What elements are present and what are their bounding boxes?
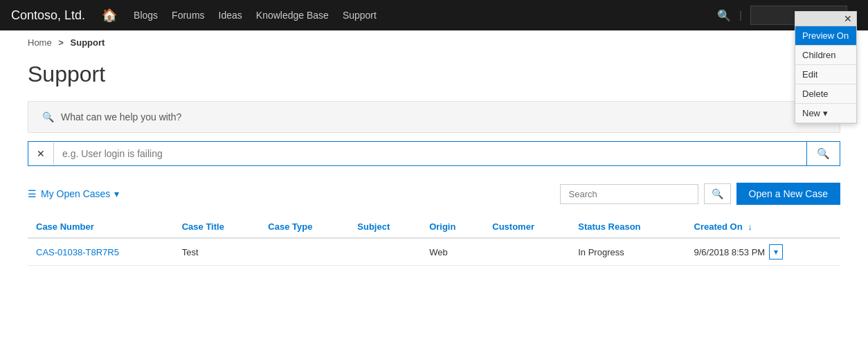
created-on-dropdown-button[interactable]: ▾ <box>769 244 783 260</box>
cell-case-title: Test <box>174 238 260 266</box>
cell-origin: Web <box>421 238 484 266</box>
search-banner-text: What can we help you with? <box>61 111 181 122</box>
new-button-arrow: ▾ <box>823 108 828 118</box>
main-content: 🔍 What can we help you with? ✕ 🔍 ☰ My Op… <box>0 101 868 266</box>
nav-link-support[interactable]: Support <box>343 10 377 21</box>
cases-table-body: CAS-01038-T8R7R5 Test Web In Progress 9/… <box>28 238 840 266</box>
case-number-link[interactable]: CAS-01038-T8R7R5 <box>36 247 119 257</box>
col-case-number: Case Number <box>28 216 174 238</box>
breadcrumb-current: Support <box>71 37 105 48</box>
breadcrumb-separator: > <box>58 37 64 48</box>
search-bar-submit-icon: 🔍 <box>817 147 830 159</box>
cases-toolbar: ☰ My Open Cases ▾ 🔍 Open a New Case <box>28 183 840 205</box>
nav-link-knowledge-base[interactable]: Knowledge Base <box>256 10 329 21</box>
home-icon[interactable]: 🏠 <box>102 8 117 23</box>
cases-table-header-row: Case Number Case Title Case Type Subject… <box>28 216 840 238</box>
nav-links: 🏠 Blogs Forums Ideas Knowledge Base Supp… <box>102 8 717 23</box>
search-bar-input[interactable] <box>54 143 806 165</box>
cell-customer <box>484 238 570 266</box>
floating-panel-children-button[interactable]: Children <box>795 46 856 65</box>
cases-search-icon: 🔍 <box>712 188 723 199</box>
col-origin: Origin <box>421 216 484 238</box>
nav-link-ideas[interactable]: Ideas <box>219 10 242 21</box>
my-open-cases-icon: ☰ <box>28 188 37 199</box>
col-case-type: Case Type <box>260 216 349 238</box>
new-button-label: New <box>802 108 820 118</box>
cell-case-type <box>260 238 349 266</box>
search-banner-icon: 🔍 <box>42 111 54 122</box>
nav-link-forums[interactable]: Forums <box>172 10 204 21</box>
cases-table: Case Number Case Title Case Type Subject… <box>28 216 840 266</box>
page-title: Support <box>0 55 868 101</box>
breadcrumb: Home > Support <box>0 30 868 55</box>
search-banner: 🔍 What can we help you with? <box>28 101 840 133</box>
topnav-search-icon[interactable]: 🔍 <box>717 9 731 22</box>
floating-panel-close-bar: ✕ <box>795 12 856 26</box>
my-open-cases-label: My Open Cases <box>41 188 110 199</box>
cell-subject <box>349 238 421 266</box>
search-bar-clear-button[interactable]: ✕ <box>28 143 54 165</box>
col-case-title: Case Title <box>174 216 260 238</box>
nav-link-blogs[interactable]: Blogs <box>134 10 158 21</box>
floating-panel-delete-button[interactable]: Delete <box>795 84 856 104</box>
breadcrumb-home[interactable]: Home <box>28 37 52 48</box>
floating-panel-preview-on-button[interactable]: Preview On <box>795 26 856 46</box>
brand-logo: Contoso, Ltd. <box>11 8 85 23</box>
cell-created-on: 9/6/2018 8:53 PM ▾ <box>686 238 840 266</box>
search-bar: ✕ 🔍 <box>28 141 840 166</box>
cases-table-header: Case Number Case Title Case Type Subject… <box>28 216 840 238</box>
top-navigation: Contoso, Ltd. 🏠 Blogs Forums Ideas Knowl… <box>0 0 868 30</box>
col-subject: Subject <box>349 216 421 238</box>
floating-panel: ✕ Preview On Children Edit Delete New ▾ <box>795 11 857 124</box>
col-created-on: Created On ↓ <box>686 216 840 238</box>
floating-panel-close-button[interactable]: ✕ <box>840 12 856 26</box>
cases-search-button[interactable]: 🔍 <box>704 183 731 204</box>
my-open-cases-button[interactable]: ☰ My Open Cases ▾ <box>28 188 119 199</box>
my-open-cases-dropdown-arrow: ▾ <box>114 188 119 199</box>
search-bar-submit-button[interactable]: 🔍 <box>806 142 840 165</box>
created-on-cell: 9/6/2018 8:53 PM ▾ <box>694 244 832 260</box>
cases-toolbar-right: 🔍 Open a New Case <box>560 183 840 205</box>
cell-status-reason: In Progress <box>570 238 685 266</box>
created-on-sort-arrow[interactable]: ↓ <box>748 221 752 232</box>
cases-search-input[interactable] <box>560 184 698 204</box>
topnav-divider: | <box>739 10 742 21</box>
floating-panel-new-button[interactable]: New ▾ <box>795 104 856 123</box>
col-customer: Customer <box>484 216 570 238</box>
cell-case-number: CAS-01038-T8R7R5 <box>28 238 174 266</box>
created-on-value: 9/6/2018 8:53 PM <box>694 247 766 257</box>
floating-panel-edit-button[interactable]: Edit <box>795 65 856 84</box>
open-new-case-button[interactable]: Open a New Case <box>736 183 840 205</box>
col-status-reason: Status Reason <box>570 216 685 238</box>
table-row: CAS-01038-T8R7R5 Test Web In Progress 9/… <box>28 238 840 266</box>
